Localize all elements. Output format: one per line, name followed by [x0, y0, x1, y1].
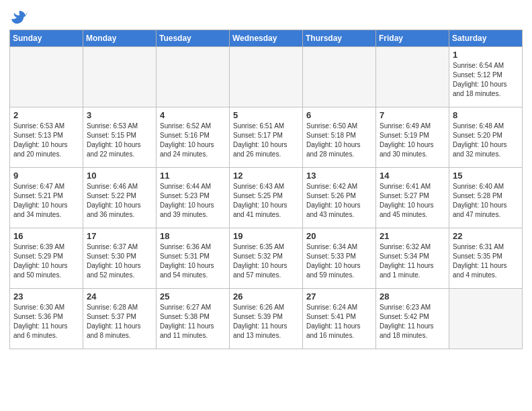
day-cell: [157, 47, 230, 107]
day-info: Sunrise: 6:42 AM Sunset: 5:26 PM Dayligh…: [306, 182, 372, 220]
day-number: 7: [380, 110, 445, 120]
day-info: Sunrise: 6:35 AM Sunset: 5:32 PM Dayligh…: [233, 242, 299, 280]
day-info: Sunrise: 6:48 AM Sunset: 5:20 PM Dayligh…: [453, 122, 519, 159]
day-number: 2: [13, 110, 79, 120]
day-info: Sunrise: 6:44 AM Sunset: 5:23 PM Dayligh…: [160, 182, 226, 220]
day-number: 18: [160, 231, 226, 241]
day-info: Sunrise: 6:28 AM Sunset: 5:37 PM Dayligh…: [87, 303, 152, 340]
day-info: Sunrise: 6:40 AM Sunset: 5:28 PM Dayligh…: [453, 182, 519, 220]
day-info: Sunrise: 6:41 AM Sunset: 5:27 PM Dayligh…: [380, 182, 445, 220]
day-info: Sunrise: 6:53 AM Sunset: 5:15 PM Dayligh…: [87, 122, 152, 159]
day-number: 4: [160, 110, 226, 120]
day-number: 10: [87, 171, 152, 181]
day-cell: 21Sunrise: 6:32 AM Sunset: 5:34 PM Dayli…: [376, 228, 449, 289]
day-cell: 12Sunrise: 6:43 AM Sunset: 5:25 PM Dayli…: [230, 168, 303, 228]
day-cell: 18Sunrise: 6:36 AM Sunset: 5:31 PM Dayli…: [157, 228, 230, 289]
day-cell: 19Sunrise: 6:35 AM Sunset: 5:32 PM Dayli…: [230, 228, 303, 289]
week-row-1: 2Sunrise: 6:53 AM Sunset: 5:13 PM Daylig…: [10, 107, 523, 168]
day-number: 9: [13, 171, 79, 181]
header-row: SundayMondayTuesdayWednesdayThursdayFrid…: [10, 30, 523, 47]
day-number: 17: [87, 231, 152, 241]
week-row-2: 9Sunrise: 6:47 AM Sunset: 5:21 PM Daylig…: [10, 168, 523, 228]
day-cell: 10Sunrise: 6:46 AM Sunset: 5:22 PM Dayli…: [83, 168, 157, 228]
day-info: Sunrise: 6:23 AM Sunset: 5:42 PM Dayligh…: [380, 303, 445, 340]
calendar: SundayMondayTuesdayWednesdayThursdayFrid…: [9, 30, 523, 349]
logo-bird-icon: [10, 8, 29, 27]
col-header-friday: Friday: [376, 30, 449, 47]
day-cell: [303, 47, 376, 107]
day-info: Sunrise: 6:47 AM Sunset: 5:21 PM Dayligh…: [13, 182, 79, 220]
week-row-0: 1Sunrise: 6:54 AM Sunset: 5:12 PM Daylig…: [10, 47, 523, 107]
week-row-4: 23Sunrise: 6:30 AM Sunset: 5:36 PM Dayli…: [10, 289, 523, 349]
day-info: Sunrise: 6:51 AM Sunset: 5:17 PM Dayligh…: [233, 122, 299, 159]
day-info: Sunrise: 6:54 AM Sunset: 5:12 PM Dayligh…: [453, 61, 519, 99]
day-info: Sunrise: 6:26 AM Sunset: 5:39 PM Dayligh…: [233, 303, 299, 340]
day-info: Sunrise: 6:49 AM Sunset: 5:19 PM Dayligh…: [380, 122, 445, 159]
week-row-3: 16Sunrise: 6:39 AM Sunset: 5:29 PM Dayli…: [10, 228, 523, 289]
day-cell: [449, 289, 523, 349]
day-number: 20: [306, 231, 372, 241]
day-info: Sunrise: 6:46 AM Sunset: 5:22 PM Dayligh…: [87, 182, 152, 220]
day-number: 26: [233, 291, 299, 302]
day-cell: 8Sunrise: 6:48 AM Sunset: 5:20 PM Daylig…: [449, 107, 523, 168]
day-cell: 25Sunrise: 6:27 AM Sunset: 5:38 PM Dayli…: [157, 289, 230, 349]
day-number: 25: [160, 291, 226, 302]
day-cell: 2Sunrise: 6:53 AM Sunset: 5:13 PM Daylig…: [10, 107, 83, 168]
day-cell: 11Sunrise: 6:44 AM Sunset: 5:23 PM Dayli…: [157, 168, 230, 228]
day-info: Sunrise: 6:37 AM Sunset: 5:30 PM Dayligh…: [87, 242, 152, 280]
day-cell: 23Sunrise: 6:30 AM Sunset: 5:36 PM Dayli…: [10, 289, 83, 349]
day-info: Sunrise: 6:53 AM Sunset: 5:13 PM Dayligh…: [13, 122, 79, 159]
day-cell: 6Sunrise: 6:50 AM Sunset: 5:18 PM Daylig…: [303, 107, 376, 168]
col-header-wednesday: Wednesday: [230, 30, 303, 47]
day-cell: 27Sunrise: 6:24 AM Sunset: 5:41 PM Dayli…: [303, 289, 376, 349]
day-number: 1: [453, 50, 519, 60]
col-header-monday: Monday: [83, 30, 157, 47]
day-number: 16: [13, 231, 79, 241]
day-cell: 20Sunrise: 6:34 AM Sunset: 5:33 PM Dayli…: [303, 228, 376, 289]
day-info: Sunrise: 6:43 AM Sunset: 5:25 PM Dayligh…: [233, 182, 299, 220]
day-number: 5: [233, 110, 299, 120]
day-info: Sunrise: 6:39 AM Sunset: 5:29 PM Dayligh…: [13, 242, 79, 280]
day-number: 24: [87, 291, 152, 302]
day-cell: 24Sunrise: 6:28 AM Sunset: 5:37 PM Dayli…: [83, 289, 157, 349]
day-info: Sunrise: 6:31 AM Sunset: 5:35 PM Dayligh…: [453, 242, 519, 280]
day-cell: 9Sunrise: 6:47 AM Sunset: 5:21 PM Daylig…: [10, 168, 83, 228]
day-cell: 3Sunrise: 6:53 AM Sunset: 5:15 PM Daylig…: [83, 107, 157, 168]
day-info: Sunrise: 6:32 AM Sunset: 5:34 PM Dayligh…: [380, 242, 445, 280]
day-cell: 4Sunrise: 6:52 AM Sunset: 5:16 PM Daylig…: [157, 107, 230, 168]
day-cell: [376, 47, 449, 107]
day-cell: 13Sunrise: 6:42 AM Sunset: 5:26 PM Dayli…: [303, 168, 376, 228]
day-number: 14: [380, 171, 445, 181]
day-number: 12: [233, 171, 299, 181]
col-header-saturday: Saturday: [449, 30, 523, 47]
day-info: Sunrise: 6:50 AM Sunset: 5:18 PM Dayligh…: [306, 122, 372, 159]
day-cell: [83, 47, 157, 107]
day-number: 15: [453, 171, 519, 181]
day-cell: 1Sunrise: 6:54 AM Sunset: 5:12 PM Daylig…: [449, 47, 523, 107]
day-cell: [10, 47, 83, 107]
day-cell: 16Sunrise: 6:39 AM Sunset: 5:29 PM Dayli…: [10, 228, 83, 289]
day-info: Sunrise: 6:27 AM Sunset: 5:38 PM Dayligh…: [160, 303, 226, 340]
day-info: Sunrise: 6:24 AM Sunset: 5:41 PM Dayligh…: [306, 303, 372, 340]
day-info: Sunrise: 6:30 AM Sunset: 5:36 PM Dayligh…: [13, 303, 79, 340]
day-number: 19: [233, 231, 299, 241]
col-header-thursday: Thursday: [303, 30, 376, 47]
logo: [9, 8, 29, 24]
day-number: 3: [87, 110, 152, 120]
day-info: Sunrise: 6:34 AM Sunset: 5:33 PM Dayligh…: [306, 242, 372, 280]
day-number: 27: [306, 291, 372, 302]
day-cell: 5Sunrise: 6:51 AM Sunset: 5:17 PM Daylig…: [230, 107, 303, 168]
day-number: 8: [453, 110, 519, 120]
page: SundayMondayTuesdayWednesdayThursdayFrid…: [0, 0, 532, 357]
day-cell: 28Sunrise: 6:23 AM Sunset: 5:42 PM Dayli…: [376, 289, 449, 349]
day-cell: 17Sunrise: 6:37 AM Sunset: 5:30 PM Dayli…: [83, 228, 157, 289]
day-info: Sunrise: 6:52 AM Sunset: 5:16 PM Dayligh…: [160, 122, 226, 159]
day-cell: 7Sunrise: 6:49 AM Sunset: 5:19 PM Daylig…: [376, 107, 449, 168]
day-number: 22: [453, 231, 519, 241]
col-header-tuesday: Tuesday: [157, 30, 230, 47]
header: [9, 8, 523, 24]
day-cell: 14Sunrise: 6:41 AM Sunset: 5:27 PM Dayli…: [376, 168, 449, 228]
day-number: 11: [160, 171, 226, 181]
day-number: 23: [13, 291, 79, 302]
day-number: 28: [380, 291, 445, 302]
